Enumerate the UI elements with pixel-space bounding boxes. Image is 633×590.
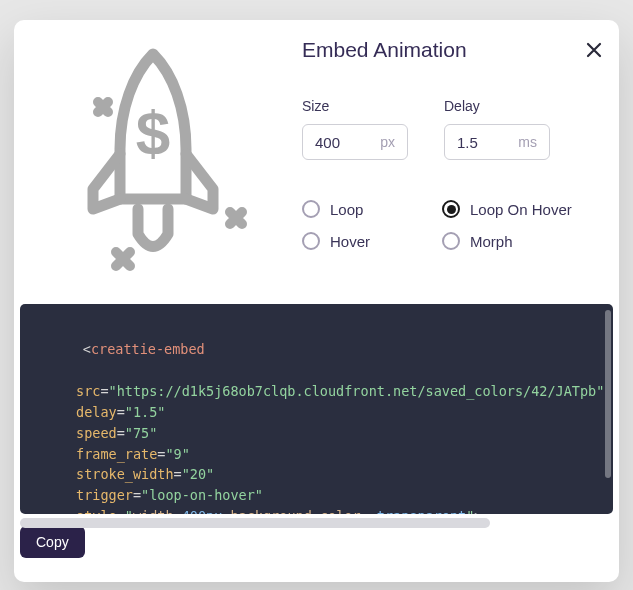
close-icon bbox=[586, 42, 602, 58]
code-src: https://d1k5j68ob7clqb.cloudfront.net/sa… bbox=[117, 383, 597, 399]
code-trigger: loop-on-hover bbox=[149, 487, 255, 503]
close-button[interactable] bbox=[583, 39, 605, 61]
size-field: Size px bbox=[302, 98, 408, 160]
radio-bullet-icon bbox=[442, 232, 460, 250]
delay-unit: ms bbox=[518, 134, 537, 150]
field-row: Size px Delay ms bbox=[302, 98, 605, 160]
titlebar: Embed Animation bbox=[302, 38, 605, 62]
code-stroke-width: 20 bbox=[190, 466, 206, 482]
code-hscrollbar[interactable] bbox=[20, 518, 490, 528]
size-input-wrap[interactable]: px bbox=[302, 124, 408, 160]
code-speed: 75 bbox=[133, 425, 149, 441]
modal-upper: $ Embed Animation S bbox=[14, 20, 619, 304]
radio-label: Morph bbox=[470, 233, 513, 250]
controls-panel: Embed Animation Size px Delay bbox=[302, 34, 605, 284]
radio-bullet-icon bbox=[302, 232, 320, 250]
radio-label: Hover bbox=[330, 233, 370, 250]
trigger-options: Loop Loop On Hover Hover Morph bbox=[302, 200, 605, 250]
size-input[interactable] bbox=[315, 134, 372, 151]
svg-text:$: $ bbox=[136, 98, 170, 167]
copy-button[interactable]: Copy bbox=[20, 526, 85, 558]
radio-hover[interactable]: Hover bbox=[302, 232, 442, 250]
size-unit: px bbox=[380, 134, 395, 150]
size-label: Size bbox=[302, 98, 408, 114]
embed-modal: $ Embed Animation S bbox=[14, 20, 619, 582]
radio-bullet-icon bbox=[442, 200, 460, 218]
delay-input[interactable] bbox=[457, 134, 510, 151]
radio-label: Loop bbox=[330, 201, 363, 218]
radio-label: Loop On Hover bbox=[470, 201, 572, 218]
code-snippet[interactable]: <creattie-embed src="https://d1k5j68ob7c… bbox=[20, 304, 613, 514]
code-tag-open: creattie-embed bbox=[91, 341, 205, 357]
rocket-icon: $ bbox=[48, 34, 258, 284]
code-style-width: 400px bbox=[182, 508, 223, 514]
animation-preview: $ bbox=[28, 34, 278, 284]
delay-input-wrap[interactable]: ms bbox=[444, 124, 550, 160]
radio-bullet-icon bbox=[302, 200, 320, 218]
radio-loop[interactable]: Loop bbox=[302, 200, 442, 218]
code-frame-rate: 9 bbox=[174, 446, 182, 462]
modal-title: Embed Animation bbox=[302, 38, 467, 62]
delay-field: Delay ms bbox=[444, 98, 550, 160]
code-delay: 1.5 bbox=[133, 404, 157, 420]
code-vscrollbar[interactable] bbox=[605, 310, 611, 478]
radio-loop-on-hover[interactable]: Loop On Hover bbox=[442, 200, 582, 218]
code-style-bg: transparent bbox=[377, 508, 466, 514]
delay-label: Delay bbox=[444, 98, 550, 114]
radio-morph[interactable]: Morph bbox=[442, 232, 582, 250]
